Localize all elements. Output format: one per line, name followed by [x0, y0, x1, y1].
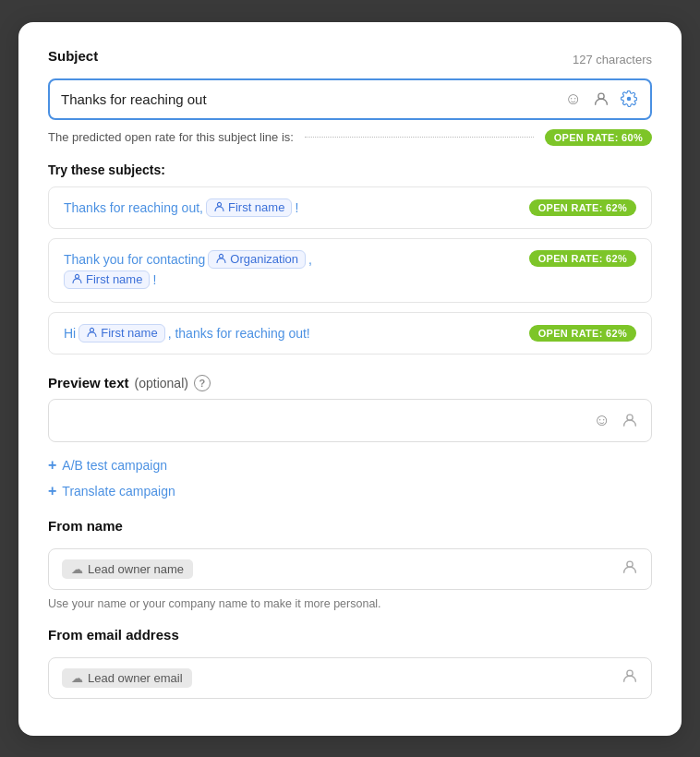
person-icon-1	[213, 200, 225, 215]
suggestion-1-part3: !	[295, 200, 298, 215]
preview-icon-group: ☺	[592, 409, 640, 432]
emoji-icon[interactable]: ☺	[563, 88, 584, 111]
lead-owner-name-tag: ☁ Lead owner name	[62, 559, 193, 579]
subject-label: Subject	[48, 48, 98, 64]
lead-owner-email-text: Lead owner email	[88, 671, 183, 685]
suggestion-2-firstname-tag: First name	[64, 270, 150, 289]
suggestion-2-line2: First name !	[64, 270, 529, 289]
from-name-section: From name ☁ Lead owner name Use your nam…	[48, 518, 652, 610]
suggestion-3[interactable]: Hi First name , thanks for reaching out!…	[48, 312, 652, 354]
suggestion-3-hi: Hi	[64, 326, 76, 341]
svg-point-1	[217, 202, 221, 206]
suggestion-2[interactable]: Thank you for contacting Organization , …	[48, 238, 652, 303]
subject-input[interactable]	[61, 91, 563, 107]
subject-input-wrapper: ☺	[48, 78, 652, 120]
suggestion-2-excl: !	[152, 272, 156, 287]
translate-label: Translate campaign	[62, 484, 175, 499]
subject-icon-group: ☺	[563, 88, 639, 111]
preview-personalize-icon[interactable]	[620, 410, 640, 430]
optional-text: (optional)	[135, 376, 188, 391]
suggestion-1[interactable]: Thanks for reaching out, First name ! OP…	[48, 186, 652, 229]
ab-test-link[interactable]: + A/B test campaign	[48, 457, 167, 474]
person-icon-2b	[71, 272, 83, 287]
person-icon-2a	[215, 252, 227, 267]
main-card: Subject 127 characters ☺ The predicted o…	[18, 22, 682, 736]
suggestion-2-org-tag: Organization	[208, 250, 306, 269]
preview-label-row: Preview text (optional) ?	[48, 375, 652, 391]
translate-link[interactable]: + Translate campaign	[48, 483, 175, 499]
suggestion-1-firstname-tag: First name	[206, 198, 292, 217]
svg-point-3	[75, 274, 78, 278]
preview-label: Preview text	[48, 375, 129, 391]
svg-point-4	[91, 328, 94, 331]
suggestion-2-comma: ,	[308, 252, 312, 267]
ab-test-label: A/B test campaign	[62, 458, 167, 473]
from-name-hint: Use your name or your company name to ma…	[48, 597, 652, 610]
open-rate-text: The predicted open rate for this subject…	[48, 130, 294, 144]
from-name-personalize-btn[interactable]	[622, 559, 638, 580]
char-count: 127 characters	[573, 53, 652, 66]
suggestion-3-text: Hi First name , thanks for reaching out!	[64, 324, 529, 342]
preview-input[interactable]	[60, 413, 592, 427]
translate-plus-icon: +	[48, 483, 56, 499]
suggestion-2-line1: Thank you for contacting Organization ,	[64, 250, 529, 269]
cloud-icon-email: ☁	[71, 671, 83, 685]
ab-test-plus-icon: +	[48, 457, 56, 474]
from-name-label: From name	[48, 518, 652, 534]
personalize-icon[interactable]	[591, 89, 611, 109]
dotted-line	[305, 137, 534, 138]
suggestion-3-badge: OPEN RATE: 62%	[529, 325, 636, 342]
suggestion-1-part1: Thanks for reaching out,	[64, 200, 203, 215]
gear-icon[interactable]	[619, 89, 639, 109]
from-email-personalize-btn[interactable]	[622, 667, 638, 689]
suggestion-2-part1: Thank you for contacting	[64, 252, 205, 267]
suggestion-1-text: Thanks for reaching out, First name !	[64, 198, 529, 217]
from-email-label: From email address	[48, 627, 652, 643]
from-email-input-wrapper[interactable]: ☁ Lead owner email	[48, 657, 652, 699]
preview-emoji-icon[interactable]: ☺	[592, 409, 612, 432]
lead-owner-name-text: Lead owner name	[88, 562, 184, 576]
suggestion-3-rest: , thanks for reaching out!	[168, 326, 310, 341]
svg-point-2	[220, 254, 223, 258]
suggestion-2-badge: OPEN RATE: 62%	[529, 250, 636, 267]
person-icon-3	[86, 326, 98, 341]
suggestion-3-firstname-tag: First name	[78, 324, 164, 342]
from-name-input-wrapper[interactable]: ☁ Lead owner name	[48, 548, 652, 590]
preview-input-wrapper: ☺	[48, 399, 652, 442]
cloud-icon-name: ☁	[71, 562, 83, 576]
suggestion-1-badge: OPEN RATE: 62%	[529, 199, 636, 216]
open-rate-bar: The predicted open rate for this subject…	[48, 129, 652, 146]
open-rate-badge: OPEN RATE: 60%	[545, 129, 652, 146]
help-icon[interactable]: ?	[194, 375, 211, 391]
try-subjects-label: Try these subjects:	[48, 162, 652, 177]
from-email-section: From email address ☁ Lead owner email	[48, 627, 652, 699]
suggestion-2-content: Thank you for contacting Organization , …	[64, 250, 529, 291]
lead-owner-email-tag: ☁ Lead owner email	[62, 668, 192, 688]
